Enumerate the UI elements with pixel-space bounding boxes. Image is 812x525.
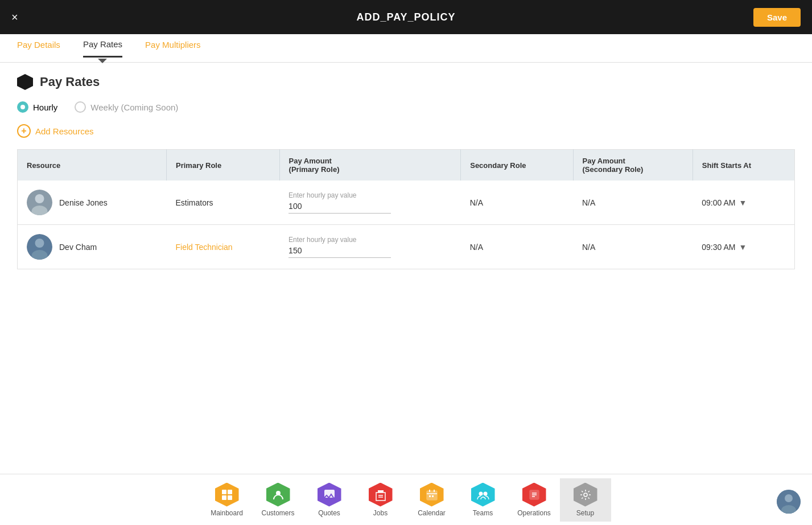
hourly-label: Hourly [33, 102, 57, 112]
nav-item-jobs[interactable]: Jobs [355, 478, 406, 522]
jobs-icon [369, 483, 393, 507]
table-header-row: Resource Primary Role Pay Amount(Primary… [18, 150, 795, 181]
col-primary-role: Primary Role [167, 150, 280, 181]
svg-point-26 [584, 493, 587, 497]
pay-secondary-1: N/A [573, 181, 693, 225]
nav-item-customers[interactable]: Customers [253, 478, 304, 522]
setup-label: Setup [576, 509, 594, 517]
pay-placeholder-2: Enter hourly pay value [288, 236, 452, 244]
primary-role-1: Estimators [167, 181, 280, 225]
tab-pay-details[interactable]: Pay Details [17, 40, 60, 56]
pay-input-2[interactable]: 150 [288, 246, 391, 258]
svg-point-20 [479, 491, 483, 495]
add-resources-label: Add Resources [35, 126, 94, 136]
mainboard-icon [215, 483, 239, 507]
nav-item-setup[interactable]: Setup [560, 478, 611, 522]
calendar-label: Calendar [418, 509, 446, 517]
resource-cell-2: Dev Cham [18, 225, 167, 269]
shift-cell-1[interactable]: 09:00 AM ▼ [693, 181, 794, 225]
nav-item-calendar[interactable]: Calendar [406, 478, 457, 522]
section-icon [17, 74, 33, 90]
col-resource: Resource [18, 150, 167, 181]
svg-point-4 [35, 239, 44, 248]
section-title: Pay Rates [40, 75, 100, 89]
svg-rect-18 [429, 495, 431, 497]
dropdown-arrow-1: ▼ [739, 198, 747, 207]
shift-cell-2[interactable]: 09:30 AM ▼ [693, 225, 794, 269]
calendar-icon [420, 483, 444, 507]
close-button[interactable]: × [11, 11, 18, 24]
operations-label: Operations [517, 509, 551, 517]
save-button[interactable]: Save [753, 8, 801, 27]
pay-primary-2[interactable]: Enter hourly pay value 150 [279, 225, 461, 269]
svg-point-28 [785, 494, 793, 502]
pay-primary-1[interactable]: Enter hourly pay value 100 [279, 181, 461, 225]
customers-label: Customers [261, 509, 294, 517]
weekly-radio-circle [75, 101, 86, 113]
secondary-role-2: N/A [461, 225, 573, 269]
top-bar: × ADD_PAY_POLICY Save [0, 0, 812, 34]
quotes-icon [318, 483, 341, 507]
quotes-label: Quotes [318, 509, 340, 517]
section-header: Pay Rates [17, 74, 795, 90]
svg-rect-9 [228, 495, 232, 500]
hourly-radio-circle [17, 101, 28, 113]
weekly-label: Weekly (Coming Soon) [90, 102, 178, 112]
resource-name-2: Dev Cham [59, 243, 97, 252]
table-row: Denise Jones Estimators Enter hourly pay… [18, 181, 795, 225]
svg-point-1 [35, 194, 44, 203]
svg-point-21 [483, 491, 487, 495]
secondary-role-1: N/A [461, 181, 573, 225]
resource-name-1: Denise Jones [59, 198, 108, 207]
col-secondary-role: Secondary Role [461, 150, 573, 181]
add-resources-button[interactable]: + Add Resources [17, 124, 795, 138]
rate-type-radio-group: Hourly Weekly (Coming Soon) [17, 101, 795, 113]
plus-icon: + [17, 124, 31, 138]
bottom-nav: Mainboard Customers Quotes [0, 474, 812, 525]
mainboard-label: Mainboard [211, 509, 243, 517]
svg-rect-7 [228, 490, 232, 494]
avatar-dev [27, 234, 52, 260]
shift-select-1[interactable]: 09:00 AM ▼ [702, 198, 785, 207]
weekly-radio[interactable]: Weekly (Coming Soon) [75, 101, 178, 113]
tab-pay-multipliers[interactable]: Pay Multipliers [145, 40, 201, 56]
primary-role-2-label: Field Technician [176, 243, 233, 252]
nav-item-quotes[interactable]: Quotes [304, 478, 355, 522]
jobs-label: Jobs [373, 509, 388, 517]
resources-table: Resource Primary Role Pay Amount(Primary… [17, 149, 795, 269]
col-pay-primary: Pay Amount(Primary Role) [279, 150, 461, 181]
setup-icon [574, 483, 597, 507]
pay-secondary-2: N/A [573, 225, 693, 269]
svg-rect-8 [222, 495, 226, 500]
nav-item-teams[interactable]: Teams [457, 478, 509, 522]
shift-select-2[interactable]: 09:30 AM ▼ [702, 243, 785, 252]
teams-label: Teams [473, 509, 493, 517]
dropdown-arrow-2: ▼ [739, 243, 747, 252]
pay-input-1[interactable]: 100 [288, 202, 391, 214]
tab-bar: Pay Details Pay Rates Pay Multipliers [0, 34, 812, 63]
pay-placeholder-1: Enter hourly pay value [288, 191, 452, 199]
teams-icon [471, 483, 495, 507]
pay-value-1: 100 [288, 202, 302, 211]
customers-icon [266, 483, 290, 507]
svg-rect-19 [432, 495, 434, 497]
tab-pay-rates[interactable]: Pay Rates [83, 39, 122, 58]
pay-value-2: 150 [288, 246, 302, 255]
shift-time-1: 09:00 AM [702, 198, 735, 207]
shift-time-2: 09:30 AM [702, 243, 735, 252]
avatar-denise [27, 190, 52, 215]
page-title: ADD_PAY_POLICY [356, 11, 455, 23]
user-avatar[interactable] [777, 490, 801, 514]
col-shift-starts: Shift Starts At [693, 150, 794, 181]
table-row: Dev Cham Field Technician Enter hourly p… [18, 225, 795, 269]
resource-cell-1: Denise Jones [18, 181, 167, 225]
operations-icon [522, 483, 546, 507]
nav-item-operations[interactable]: Operations [509, 478, 560, 522]
hourly-radio[interactable]: Hourly [17, 101, 57, 113]
primary-role-2: Field Technician [167, 225, 280, 269]
col-pay-secondary: Pay Amount(Secondary Role) [573, 150, 693, 181]
main-content: Pay Rates Hourly Weekly (Coming Soon) + … [0, 63, 812, 281]
svg-rect-6 [222, 490, 226, 494]
nav-item-mainboard[interactable]: Mainboard [201, 478, 253, 522]
